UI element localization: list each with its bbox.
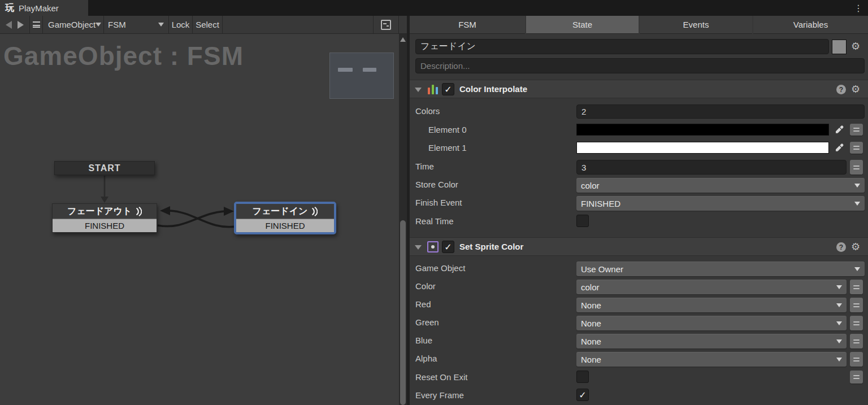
graph-menu-button[interactable] — [30, 16, 43, 33]
reset-on-exit-checkbox[interactable] — [576, 371, 589, 383]
playmaker-window-tab[interactable]: 玩 PlayMaker — [0, 0, 88, 16]
blue-dropdown[interactable]: None — [576, 334, 847, 349]
graph-vertical-scrollbar[interactable] — [399, 34, 407, 405]
action-gear-icon[interactable]: ⚙ — [851, 242, 860, 252]
variable-menu-button[interactable] — [850, 298, 863, 312]
action-gear-icon[interactable]: ⚙ — [851, 84, 860, 94]
chevron-down-icon — [854, 202, 860, 206]
variable-menu-button[interactable] — [850, 142, 863, 154]
minimap-node — [338, 68, 353, 72]
help-icon[interactable]: ? — [836, 242, 846, 252]
state-name-input[interactable] — [415, 39, 829, 54]
select-button[interactable]: Select — [193, 16, 223, 33]
store-color-dropdown[interactable]: color — [576, 178, 865, 193]
minimap-toggle-button[interactable] — [373, 16, 399, 33]
hamburger-icon — [33, 21, 40, 28]
field-label: Game Object — [415, 263, 465, 273]
fadeout-node-title[interactable]: フェードアウト — [53, 204, 157, 219]
fsm-dropdown-label: FSM — [108, 20, 126, 29]
variable-menu-button[interactable] — [850, 280, 863, 294]
start-node-label: START — [88, 163, 120, 173]
state-node-start[interactable]: START — [54, 161, 155, 175]
variable-menu-button[interactable] — [850, 316, 863, 330]
graph-minimap[interactable] — [329, 53, 394, 99]
field-label: Blue — [415, 336, 432, 345]
dropdown-value: color — [581, 282, 600, 292]
variable-menu-button[interactable] — [850, 371, 863, 384]
action-enabled-checkbox[interactable]: ✓ — [442, 83, 454, 95]
fadeout-node-label: フェードアウト — [67, 206, 132, 217]
state-settings-gear-icon[interactable]: ⚙ — [851, 41, 860, 51]
real-time-checkbox[interactable] — [576, 215, 589, 227]
field-label: Every Frame — [415, 390, 464, 400]
field-label: Colors — [415, 106, 440, 116]
lock-button[interactable]: Lock — [169, 16, 193, 33]
action-title: Set Sprite Color — [459, 242, 523, 251]
fadein-transition-finished[interactable]: FINISHED — [236, 219, 334, 232]
field-value: 2 — [581, 107, 586, 116]
foldout-triangle-icon[interactable] — [415, 245, 422, 250]
back-arrow-icon[interactable] — [6, 21, 12, 29]
every-frame-checkbox[interactable]: ✓ — [576, 389, 589, 401]
field-label: Green — [415, 317, 439, 327]
alpha-dropdown[interactable]: None — [576, 352, 847, 367]
eyedropper-icon[interactable] — [832, 142, 846, 154]
dropdown-value: None — [581, 337, 601, 346]
field-label: Finish Event — [415, 198, 462, 207]
tab-events[interactable]: Events — [640, 16, 752, 34]
finish-event-dropdown[interactable]: FINISHED — [576, 196, 865, 211]
foldout-triangle-icon[interactable] — [415, 88, 422, 92]
field-value: 3 — [581, 163, 586, 172]
variable-menu-button[interactable] — [850, 352, 863, 367]
variable-menu-button[interactable] — [850, 334, 863, 349]
scroll-up-arrow-icon[interactable] — [400, 37, 406, 42]
tab-state[interactable]: State — [526, 16, 639, 34]
color-interpolate-icon — [427, 84, 439, 95]
fsm-graph-canvas[interactable]: GameObject : FSM START フェードアウト FINISHED — [0, 34, 399, 405]
field-label: Reset On Exit — [415, 372, 468, 382]
action-enabled-checkbox[interactable]: ✓ — [442, 241, 454, 253]
tab-label: State — [572, 20, 592, 29]
tab-fsm[interactable]: FSM — [410, 16, 525, 34]
game-object-dropdown[interactable]: Use Owner — [576, 262, 865, 276]
state-node-fadeout[interactable]: フェードアウト FINISHED — [52, 203, 157, 233]
color-dropdown[interactable]: color — [576, 280, 847, 294]
chevron-down-icon — [836, 285, 842, 289]
state-description-input[interactable] — [415, 58, 865, 73]
variable-menu-button[interactable] — [850, 160, 863, 175]
fadeout-transition-finished[interactable]: FINISHED — [53, 219, 157, 232]
fadein-node-title[interactable]: フェードイン — [236, 204, 334, 219]
toolbar-spacer — [223, 16, 373, 33]
help-icon[interactable]: ? — [836, 85, 846, 94]
scrollbar-thumb[interactable] — [400, 220, 406, 405]
state-color-swatch[interactable] — [832, 40, 847, 54]
field-label: Element 1 — [428, 143, 467, 153]
dropdown-value: None — [581, 355, 601, 364]
green-dropdown[interactable]: None — [576, 316, 847, 330]
window-menu-kebab-icon[interactable]: ⋮ — [852, 0, 865, 16]
tab-variables[interactable]: Variables — [753, 16, 868, 34]
chevron-down-icon — [158, 23, 164, 27]
signal-icon — [311, 207, 318, 216]
chevron-down-icon — [836, 358, 842, 362]
color-swatch-element-0[interactable] — [576, 124, 829, 136]
state-node-fadein-selected[interactable]: フェードイン FINISHED — [234, 202, 336, 234]
forward-arrow-icon[interactable] — [18, 21, 24, 29]
playmaker-logo-icon: 玩 — [5, 2, 14, 14]
color-swatch-element-1[interactable] — [576, 142, 829, 154]
action-header-color-interpolate[interactable]: ✓ Color Interpolate ? ⚙ — [410, 80, 868, 98]
eyedropper-icon[interactable] — [832, 124, 846, 136]
action-header-set-sprite-color[interactable]: ✓ Set Sprite Color ? ⚙ — [410, 237, 868, 256]
field-label: Element 0 — [428, 125, 467, 134]
variable-menu-button[interactable] — [850, 124, 863, 136]
colors-count-field[interactable]: 2 — [576, 104, 865, 119]
time-field[interactable]: 3 — [576, 160, 847, 175]
transition-label: FINISHED — [265, 221, 305, 230]
minimap-icon — [381, 20, 391, 30]
fsm-dropdown[interactable]: FSM — [104, 16, 169, 33]
nav-arrows-group — [0, 16, 30, 33]
window-title: PlayMaker — [19, 3, 59, 13]
red-dropdown[interactable]: None — [576, 298, 847, 312]
tab-label: Variables — [793, 20, 828, 29]
gameobject-dropdown[interactable]: GameObject — [43, 16, 104, 33]
